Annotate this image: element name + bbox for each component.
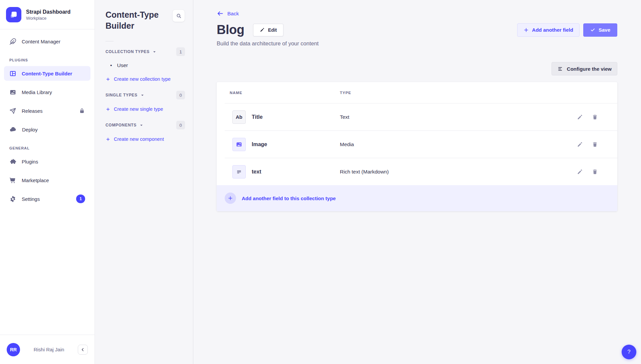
field-name: Image [252,141,267,147]
field-name-cell: text [232,165,340,178]
sidebar-item-label: Plugins [22,159,38,164]
configure-view-button[interactable]: Configure the view [552,62,617,75]
create-collection-type-link[interactable]: Create new collection type [95,72,193,86]
sidebar-item-settings[interactable]: Settings 1 [4,192,90,206]
sidebar-item-marketplace[interactable]: Marketplace [4,173,90,188]
subnav-title: Content-Type Builder [105,9,164,31]
avatar[interactable]: RR [7,343,20,356]
puzzle-icon [9,158,16,165]
subnav-item-user[interactable]: User [95,59,193,72]
section-collection-types[interactable]: COLLECTION TYPES 1 [95,43,193,59]
fields-table: NAME TYPE Ab Title Text [217,82,617,211]
sidebar-item-plugins[interactable]: Plugins [4,154,90,169]
sidebar-item-label: Releases [22,108,43,114]
sub-sidebar: Content-Type Builder COLLECTION TYPES 1 … [95,0,193,364]
section-label: COLLECTION TYPES [105,49,150,54]
section-single-types[interactable]: SINGLE TYPES 0 [95,86,193,102]
trash-icon [592,114,598,120]
field-name-cell: Ab Title [232,110,340,124]
save-button[interactable]: Save [583,23,617,37]
help-button[interactable]: ? [622,345,636,359]
field-type: Text [340,114,349,120]
plus-icon [228,196,233,201]
chevron-down-icon [141,93,144,97]
cloud-icon [9,126,17,133]
plus-icon [106,107,110,111]
layout-grid-icon [9,70,16,77]
sidebar-item-label: Deploy [22,127,38,132]
delete-field-button[interactable] [592,169,598,175]
row-actions [577,169,598,175]
section-components[interactable]: COMPONENTS 0 [95,116,193,132]
plus-icon [106,77,110,81]
create-single-type-label: Create new single type [114,106,163,112]
paper-plane-icon [9,107,16,114]
trash-icon [592,169,598,175]
count-badge: 0 [176,91,185,99]
back-link[interactable]: Back [217,10,239,17]
search-button[interactable] [172,9,185,22]
edit-button[interactable]: Edit [253,24,283,36]
strapi-logo-icon [9,10,18,19]
brand-subtitle: Workplace [26,16,70,21]
edit-field-button[interactable] [577,141,583,147]
edit-field-button[interactable] [577,169,583,175]
media-field-icon [232,138,246,151]
sidebar-item-content-manager[interactable]: Content Manager [4,34,90,49]
field-name: text [252,169,261,175]
add-field-footer-label: Add another field to this collection typ… [242,196,336,201]
main-content: Back Blog Edit Add another field Save Bu… [193,0,641,364]
create-component-link[interactable]: Create new component [95,132,193,146]
trash-icon [592,141,598,147]
delete-field-button[interactable] [592,141,598,147]
page-title: Blog [217,23,244,37]
add-field-footer-button[interactable]: Add another field to this collection typ… [217,185,617,211]
pencil-icon [577,169,583,175]
feather-icon [9,38,16,45]
pencil-icon [577,114,583,120]
row-actions [577,114,598,120]
column-header-type: TYPE [340,91,351,95]
sidebar-item-media-library[interactable]: Media Library [4,85,90,99]
picture-icon [9,89,16,96]
sidebar-item-label: Media Library [22,89,52,95]
field-name: Title [252,114,263,120]
create-component-label: Create new component [114,136,164,142]
add-another-field-button[interactable]: Add another field [517,23,580,37]
sidebar-item-label: Settings [22,196,40,202]
save-label: Save [599,27,610,33]
table-header: NAME TYPE [217,82,617,103]
search-icon [176,13,182,19]
text-lines-icon [236,168,242,175]
plus-icon [523,27,529,33]
page-subtitle: Build the data architecture of your cont… [217,40,617,47]
brand-title: Strapi Dashboard [26,8,70,16]
create-single-type-link[interactable]: Create new single type [95,102,193,116]
plus-icon [106,137,110,141]
field-type: Rich text (Markdown) [340,169,389,175]
sidebar-item-deploy[interactable]: Deploy [4,122,90,137]
app-root: Strapi Dashboard Workplace Content Manag… [0,0,641,364]
arrow-left-icon [217,10,224,17]
collapse-sidebar-button[interactable] [78,345,88,355]
settings-badge-wrap: 1 [76,195,85,203]
notification-badge: 1 [76,195,85,203]
picture-icon [236,141,242,148]
subnav-header: Content-Type Builder [95,9,193,31]
sidebar-item-releases[interactable]: Releases [4,103,90,118]
delete-field-button[interactable] [592,114,598,120]
check-icon [590,27,595,32]
field-type: Media [340,141,354,147]
create-collection-type-label: Create new collection type [114,76,171,82]
header-actions: Add another field Save [517,23,617,37]
table-row: text Rich text (Markdown) [217,158,617,185]
count-badge: 1 [176,47,185,56]
row-actions [577,141,598,147]
lock-icon [79,108,85,114]
chevron-down-icon [140,123,143,127]
brand-header: Strapi Dashboard Workplace [0,0,94,29]
user-area: RR Rishi Raj Jain [0,335,94,364]
edit-field-button[interactable] [577,114,583,120]
sidebar-item-content-type-builder[interactable]: Content-Type Builder [4,66,90,81]
chevron-down-icon [153,50,156,54]
